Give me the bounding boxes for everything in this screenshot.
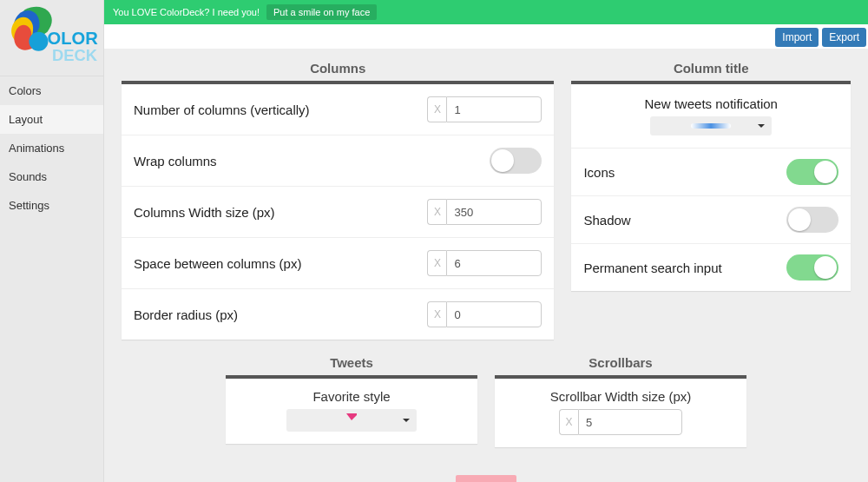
column-title-card-title: Column title xyxy=(571,61,851,81)
top-buttons: Import Export xyxy=(775,28,868,47)
logo-word-deck: DECK xyxy=(52,45,98,63)
columns-card-title: Columns xyxy=(122,61,554,81)
favorite-style-label: Favorite style xyxy=(234,389,469,404)
scrollbars-card: Scrollbars Scrollbar Width size (px) X xyxy=(495,355,746,447)
field-label: Wrap columns xyxy=(134,154,217,168)
column-space-input[interactable] xyxy=(446,250,542,276)
field-label: Icons xyxy=(583,165,615,180)
sidebar-item-label: Layout xyxy=(9,113,43,126)
new-tweets-notification-section: New tweets notification xyxy=(571,84,851,149)
scrollbars-card-title: Scrollbars xyxy=(495,355,746,375)
column-width-input[interactable] xyxy=(446,199,542,225)
sidebar-nav: Colors Layout Animations Sounds Settings xyxy=(0,76,103,220)
field-label: Number of columns (vertically) xyxy=(134,102,310,117)
sidebar: OLOR DECK Colors Layout Animations Sound… xyxy=(0,0,104,482)
favorite-style-dropdown[interactable] xyxy=(286,409,417,432)
reset-icon[interactable]: X xyxy=(427,250,446,276)
favorite-ribbon-icon xyxy=(345,413,358,429)
columns-card: Columns Number of columns (vertically) X… xyxy=(122,61,554,340)
tweets-card: Tweets Favorite style xyxy=(226,355,477,447)
scrollbar-width-input[interactable] xyxy=(578,409,682,435)
field-wrap-columns: Wrap columns xyxy=(122,135,554,187)
export-button[interactable]: Export xyxy=(822,28,866,47)
field-shadow: Shadow xyxy=(571,196,851,244)
bottom-accent-bar xyxy=(456,475,516,482)
field-permanent-search: Permanent search input xyxy=(571,244,851,291)
logo: OLOR DECK xyxy=(0,0,103,76)
tweets-card-title: Tweets xyxy=(226,355,477,375)
main-panel: Columns Number of columns (vertically) X… xyxy=(104,49,868,482)
sidebar-item-label: Settings xyxy=(9,199,49,212)
promo-banner: You LOVE ColorDeck? I need you! Put a sm… xyxy=(104,0,868,24)
field-icons: Icons xyxy=(571,149,851,196)
sidebar-item-layout[interactable]: Layout xyxy=(0,105,103,134)
promo-text: You LOVE ColorDeck? I need you! xyxy=(113,7,260,17)
reset-icon[interactable]: X xyxy=(427,96,446,122)
sidebar-item-sounds[interactable]: Sounds xyxy=(0,162,103,191)
promo-cta-button[interactable]: Put a smile on my face xyxy=(266,4,377,20)
field-label: Shadow xyxy=(583,213,630,228)
border-radius-input[interactable] xyxy=(446,301,542,327)
scrollbar-width-section: Scrollbar Width size (px) X xyxy=(503,389,738,435)
field-label: Border radius (px) xyxy=(134,307,238,322)
wrap-columns-toggle[interactable] xyxy=(490,148,542,174)
color-swatch-icon xyxy=(691,123,731,129)
reset-icon[interactable]: X xyxy=(427,301,446,327)
icons-toggle[interactable] xyxy=(786,159,838,185)
new-tweets-notification-dropdown[interactable] xyxy=(650,116,772,135)
permanent-search-toggle[interactable] xyxy=(786,254,838,281)
new-tweets-notification-label: New tweets notification xyxy=(580,96,842,111)
reset-icon[interactable]: X xyxy=(427,199,446,225)
svg-point-0 xyxy=(29,31,48,50)
field-column-space: Space between columns (px) X xyxy=(122,238,554,289)
field-label: Permanent search input xyxy=(583,261,721,275)
field-border-radius: Border radius (px) X xyxy=(122,289,554,340)
sidebar-item-colors[interactable]: Colors xyxy=(0,76,103,105)
sidebar-item-label: Colors xyxy=(9,84,42,97)
scrollbar-width-label: Scrollbar Width size (px) xyxy=(503,389,738,404)
shadow-toggle[interactable] xyxy=(786,207,838,233)
sidebar-item-label: Sounds xyxy=(9,170,47,183)
favorite-style-section: Favorite style xyxy=(234,389,469,432)
sidebar-item-label: Animations xyxy=(9,142,64,155)
field-column-width: Columns Width size (px) X xyxy=(122,187,554,238)
column-title-card: Column title New tweets notification Ico… xyxy=(571,61,851,291)
field-label: Columns Width size (px) xyxy=(134,205,275,220)
reset-icon[interactable]: X xyxy=(559,409,578,435)
sidebar-item-animations[interactable]: Animations xyxy=(0,134,103,162)
sidebar-item-settings[interactable]: Settings xyxy=(0,191,103,220)
field-number-of-columns: Number of columns (vertically) X xyxy=(122,84,554,135)
import-button[interactable]: Import xyxy=(775,28,819,47)
number-of-columns-input[interactable] xyxy=(446,96,542,122)
field-label: Space between columns (px) xyxy=(134,256,301,271)
